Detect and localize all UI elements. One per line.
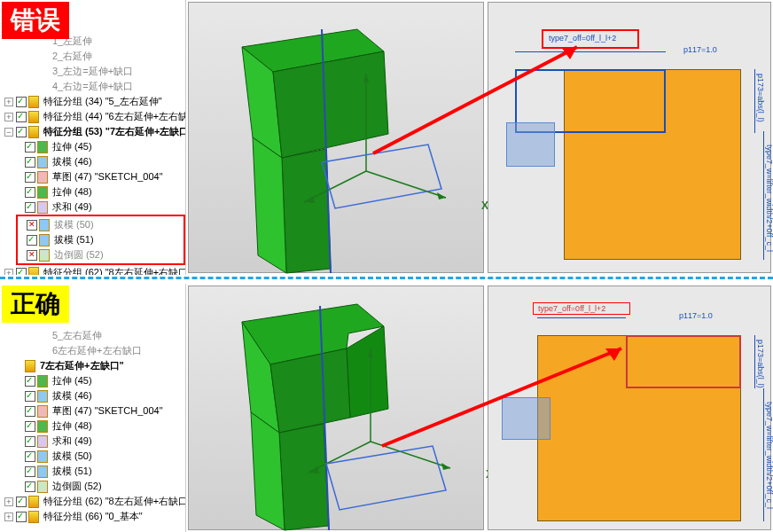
checkbox-icon[interactable] bbox=[25, 142, 35, 153]
checkbox-icon[interactable] bbox=[25, 406, 35, 417]
tree-feature-item[interactable]: 拉伸 (45) bbox=[0, 139, 185, 154]
expand-icon[interactable]: + bbox=[4, 269, 13, 276]
feature-icon bbox=[39, 219, 50, 231]
checkbox-icon[interactable] bbox=[25, 391, 35, 402]
tree-feature-item[interactable]: 求和 (49) bbox=[0, 434, 185, 449]
checkbox-icon[interactable] bbox=[16, 497, 27, 507]
tree-feature-item[interactable]: 拔模 (46) bbox=[0, 388, 185, 403]
sketch-view-top[interactable]: type7_off=0ff_l_l+2 p117=1.0 p173=abs(l_… bbox=[488, 2, 771, 273]
tree-feature-item[interactable]: 草图 (47) "SKETCH_004" bbox=[0, 169, 185, 184]
dim-p117[interactable]: p117=1.0 bbox=[683, 45, 717, 54]
svg-marker-14 bbox=[561, 47, 577, 59]
dim-type7w[interactable]: type7_w=lifter_width/2+0ff_c_l bbox=[765, 145, 773, 252]
tree-item-dim[interactable]: 4_右边=延伸+缺口 bbox=[0, 79, 185, 94]
feature-icon bbox=[37, 481, 48, 493]
tree-group-66[interactable]: +特征分组 (66) "0_基本" bbox=[0, 509, 185, 524]
checkbox-icon[interactable] bbox=[27, 235, 37, 246]
section-error: 错误 1_左延伸 2_右延伸 3_左边=延伸+缺口 4_右边=延伸+缺口 +特征… bbox=[0, 0, 773, 275]
checkbox-icon[interactable] bbox=[16, 97, 27, 107]
tree-group-53-open[interactable]: 7左右延伸+左缺口" bbox=[0, 358, 185, 373]
tree-group-34[interactable]: +特征分组 (34) "5_左右延伸" bbox=[0, 94, 185, 109]
model-3d bbox=[189, 3, 490, 278]
dim-param[interactable]: type7_off=0ff_l_l+2 bbox=[549, 34, 616, 43]
tree-feature-item[interactable]: 拉伸 (48) bbox=[0, 419, 185, 434]
tree-item-dim[interactable]: 6左右延伸+左右缺口 bbox=[0, 343, 185, 358]
feature-label: 求和 (49) bbox=[52, 200, 92, 214]
checkbox-icon[interactable] bbox=[25, 451, 35, 462]
feature-icon bbox=[37, 390, 48, 403]
dim-line-h bbox=[515, 51, 666, 52]
model-3d bbox=[189, 286, 490, 532]
checkbox-icon[interactable] bbox=[25, 436, 35, 447]
feature-tree-top[interactable]: 1_左延伸 2_右延伸 3_左边=延伸+缺口 4_右边=延伸+缺口 +特征分组 … bbox=[0, 0, 186, 275]
tree-group-62[interactable]: +特征分组 (62) "8左右延伸+右缺口" bbox=[0, 494, 185, 509]
checkbox-icon[interactable] bbox=[16, 512, 27, 522]
checkbox-icon[interactable] bbox=[16, 112, 27, 122]
dim-p117[interactable]: p117=1.0 bbox=[679, 311, 713, 320]
tree-feature-item[interactable]: 拉伸 (45) bbox=[0, 373, 185, 388]
tag-error: 错误 bbox=[2, 2, 69, 39]
checkbox-icon[interactable] bbox=[25, 481, 35, 492]
sketch-view-bottom[interactable]: type7_off=0ff_l_l+2 p117=1.0 p173=abs(l_… bbox=[488, 286, 771, 530]
checkbox-icon[interactable] bbox=[25, 157, 35, 168]
expand-icon[interactable]: + bbox=[4, 98, 13, 106]
checkbox-icon[interactable] bbox=[25, 202, 35, 213]
sketch-profile-notch[interactable] bbox=[626, 335, 741, 388]
expand-icon[interactable]: + bbox=[4, 497, 13, 506]
checkbox-icon[interactable] bbox=[25, 466, 35, 477]
tree-feature-item[interactable]: 边倒圆 (52) bbox=[18, 247, 183, 262]
tree-feature-item[interactable]: 拔模 (50) bbox=[18, 217, 183, 232]
feature-icon bbox=[37, 156, 48, 168]
svg-marker-4 bbox=[253, 137, 286, 273]
feature-icon bbox=[37, 405, 48, 418]
error-highlight-box: 拔模 (50)拔模 (51)边倒圆 (52) bbox=[16, 215, 185, 265]
tree-item-dim[interactable]: 5_左右延伸 bbox=[0, 328, 185, 343]
tree-group-44[interactable]: +特征分组 (44) "6左右延伸+左右缺口" bbox=[0, 109, 185, 124]
tree-feature-item[interactable]: 草图 (47) "SKETCH_004" bbox=[0, 403, 185, 419]
sketch-selection[interactable] bbox=[502, 397, 550, 440]
svg-marker-25 bbox=[326, 446, 446, 510]
feature-label: 拔模 (46) bbox=[52, 389, 92, 403]
tree-item-dim[interactable]: 3_左边=延伸+缺口 bbox=[0, 64, 185, 79]
svg-marker-19 bbox=[279, 424, 329, 530]
tree-feature-item[interactable]: 拔模 (46) bbox=[0, 154, 185, 169]
sketch-selection[interactable] bbox=[506, 122, 555, 167]
tree-feature-item[interactable]: 拔模 (51) bbox=[18, 232, 183, 247]
expand-icon[interactable]: + bbox=[4, 113, 13, 121]
tree-feature-item[interactable]: 拔模 (50) bbox=[0, 449, 185, 464]
checkbox-icon[interactable] bbox=[25, 421, 35, 432]
checkbox-icon[interactable] bbox=[27, 220, 37, 231]
feature-icon bbox=[37, 171, 48, 184]
dim-type7w[interactable]: type7_w=lifter_width/2+0ff_c_l bbox=[765, 402, 773, 509]
tree-feature-item[interactable]: 边倒圆 (52) bbox=[0, 479, 185, 494]
tree-feature-item[interactable]: 拔模 (51) bbox=[0, 464, 185, 479]
tree-feature-item[interactable]: 求和 (49) bbox=[0, 200, 185, 215]
checkbox-icon[interactable] bbox=[27, 250, 37, 261]
svg-marker-16 bbox=[347, 326, 388, 418]
tree-group-53[interactable]: −特征分组 (53) "7左右延伸+左缺口" bbox=[0, 124, 185, 139]
tag-correct: 正确 bbox=[2, 286, 69, 323]
dim-p173[interactable]: p173=abs(l_l) bbox=[756, 340, 765, 388]
dim-line-v2 bbox=[763, 388, 764, 521]
expand-icon[interactable]: + bbox=[4, 512, 13, 521]
dim-p173[interactable]: p173=abs(l_l) bbox=[756, 74, 765, 122]
feature-label: 拉伸 (48) bbox=[52, 185, 92, 199]
section-correct: 正确 5_左右延伸 6左右延伸+左右缺口 7左右延伸+左缺口" 拉伸 (45)拔… bbox=[0, 284, 773, 532]
dim-param[interactable]: type7_off=0ff_l_l+2 bbox=[538, 304, 605, 313]
checkbox-icon[interactable] bbox=[25, 172, 35, 183]
dim-line-h bbox=[537, 317, 626, 318]
checkbox-icon[interactable] bbox=[16, 268, 27, 276]
viewport-3d-top[interactable]: Z Y X bbox=[188, 2, 484, 273]
feature-label: 边倒圆 (52) bbox=[52, 480, 102, 493]
viewport-3d-bottom[interactable]: Z Y X bbox=[188, 286, 484, 530]
tree-group-62[interactable]: +特征分组 (62) "8左右延伸+右缺口" bbox=[0, 265, 185, 275]
collapse-icon[interactable]: − bbox=[4, 128, 13, 137]
tree-item-dim[interactable]: 2_右延伸 bbox=[0, 49, 185, 64]
feature-label: 边倒圆 (52) bbox=[54, 248, 104, 262]
tree-feature-item[interactable]: 拉伸 (48) bbox=[0, 184, 185, 200]
checkbox-icon[interactable] bbox=[25, 376, 35, 387]
checkbox-icon[interactable] bbox=[16, 127, 27, 137]
feature-label: 拔模 (46) bbox=[52, 155, 92, 168]
feature-label: 草图 (47) "SKETCH_004" bbox=[52, 170, 163, 184]
checkbox-icon[interactable] bbox=[25, 187, 35, 198]
